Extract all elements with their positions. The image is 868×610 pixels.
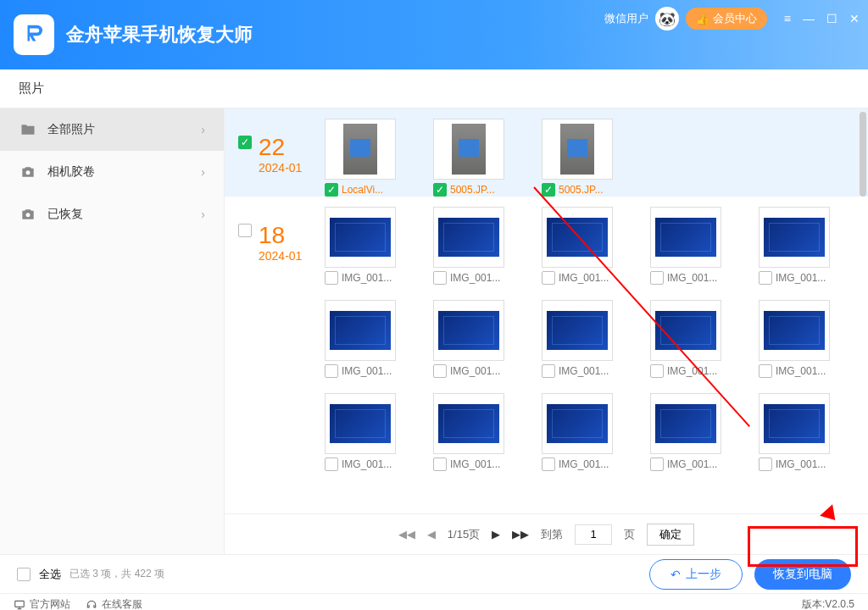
app-header: 金舟苹果手机恢复大师 微信用户 🐼 👍 会员中心 ≡ — ☐ ✕ [0,0,868,69]
customer-service-link[interactable]: 在线客服 [86,597,142,610]
select-all-label: 全选 [39,567,61,582]
prev-page-button[interactable]: ◀ [427,528,436,541]
thumbnail-checkbox[interactable]: ✓ [542,183,555,197]
app-logo [14,14,54,55]
last-page-button[interactable]: ▶▶ [512,528,529,541]
thumbnail-checkbox[interactable] [325,458,338,471]
photo-thumbnail[interactable]: IMG_001... [325,393,396,471]
headset-icon [86,599,97,611]
version-label: 版本:V2.0.5 [802,597,854,610]
selection-info: 已选 3 项，共 422 项 [70,567,164,581]
thumbnail-checkbox[interactable] [325,364,338,378]
first-page-button[interactable]: ◀◀ [398,528,415,541]
scrollbar[interactable] [860,112,866,197]
photo-thumbnail[interactable]: ✓LocalVi... [325,119,396,197]
photo-thumbnail[interactable]: IMG_001... [759,207,830,285]
footer-bar: 全选 已选 3 项，共 422 项 ↶ 上一步 恢复到电脑 [0,554,868,593]
page-indicator: 1/15页 [448,527,480,542]
thumbnail-checkbox[interactable] [433,458,447,471]
thumbnail-filename: IMG_001... [559,458,609,470]
minimize-button[interactable]: — [803,12,815,25]
photo-group: ✓222024-01✓LocalVi...✓5005.JP...✓5005.JP… [225,108,868,197]
thumbnail-checkbox[interactable] [542,364,555,378]
folder-icon [19,121,37,138]
official-site-link[interactable]: 官方网站 [14,597,70,610]
camera-icon [19,206,37,223]
photo-thumbnail[interactable]: IMG_001... [650,300,721,378]
maximize-button[interactable]: ☐ [826,12,837,25]
next-page-button[interactable]: ▶ [492,528,500,541]
group-month: 2024-01 [259,249,302,263]
user-label: 微信用户 [604,11,648,26]
sidebar-item-label: 已恢复 [47,207,83,222]
thumbnail-filename: IMG_001... [342,365,392,377]
thumbnail-checkbox[interactable] [542,271,555,285]
photo-thumbnail[interactable]: ✓5005.JP... [433,119,504,197]
avatar[interactable]: 🐼 [655,7,679,30]
sidebar-item-camera-roll[interactable]: 相机胶卷 › [0,151,224,193]
sidebar-item-label: 相机胶卷 [47,164,95,180]
thumbnail-filename: IMG_001... [776,365,826,377]
photo-thumbnail[interactable]: IMG_001... [542,300,613,378]
thumbnail-checkbox[interactable] [759,271,772,285]
pagination: ◀◀ ◀ 1/15页 ▶ ▶▶ 到第 页 确定 [225,513,868,554]
group-day: 18 [259,224,302,247]
group-checkbox[interactable] [238,224,252,237]
photo-thumbnail[interactable]: IMG_001... [542,393,613,471]
thumbnail-filename: IMG_001... [450,272,500,284]
thumbnail-checkbox[interactable] [650,271,664,285]
thumbnail-filename: IMG_001... [667,272,717,284]
thumbnail-checkbox[interactable] [542,458,555,471]
photo-thumbnail[interactable]: IMG_001... [433,300,504,378]
back-button[interactable]: ↶ 上一步 [649,559,743,590]
thumbnail-checkbox[interactable] [433,364,447,378]
thumbnail-checkbox[interactable] [759,458,772,471]
page-input[interactable] [575,524,612,545]
thumbnail-filename: IMG_001... [776,272,826,284]
content-area: ✓222024-01✓LocalVi...✓5005.JP...✓5005.JP… [224,108,868,554]
photo-thumbnail[interactable]: IMG_001... [759,300,830,378]
photo-thumbnail[interactable]: IMG_001... [433,207,504,285]
photo-grid: ✓222024-01✓LocalVi...✓5005.JP...✓5005.JP… [225,108,868,513]
page-suffix: 页 [624,527,635,542]
thumbnail-checkbox[interactable] [650,458,664,471]
chevron-right-icon: › [201,165,205,179]
photo-thumbnail[interactable]: IMG_001... [650,393,721,471]
sidebar-item-label: 全部照片 [47,122,95,137]
goto-page-button[interactable]: 确定 [647,524,694,546]
photo-thumbnail[interactable]: IMG_001... [325,300,396,378]
chevron-right-icon: › [201,123,205,136]
thumbnail-checkbox[interactable] [759,364,772,378]
photo-thumbnail[interactable]: ✓5005.JP... [542,119,613,197]
chevron-right-icon: › [201,208,205,221]
group-checkbox[interactable]: ✓ [238,136,252,149]
thumbnail-filename: 5005.JP... [450,184,495,196]
thumbnail-filename: LocalVi... [342,184,383,196]
close-button[interactable]: ✕ [849,12,860,25]
photo-thumbnail[interactable]: IMG_001... [759,393,830,471]
thumbnail-checkbox[interactable] [650,364,664,378]
camera-icon [19,164,37,180]
photo-thumbnail[interactable]: IMG_001... [542,207,613,285]
breadcrumb: 照片 [0,69,868,108]
thumbnail-filename: IMG_001... [342,458,392,470]
vip-button[interactable]: 👍 会员中心 [686,8,767,30]
thumbnail-checkbox[interactable] [325,271,338,285]
menu-button[interactable]: ≡ [784,12,791,25]
photo-thumbnail[interactable]: IMG_001... [433,393,504,471]
group-day: 22 [259,136,302,159]
thumbnail-filename: 5005.JP... [559,184,604,196]
thumbnail-filename: IMG_001... [776,458,826,470]
group-month: 2024-01 [259,161,302,175]
thumbnail-checkbox[interactable]: ✓ [433,183,447,197]
thumbnail-checkbox[interactable]: ✓ [325,183,338,197]
undo-icon: ↶ [670,568,681,581]
sidebar-item-all-photos[interactable]: 全部照片 › [0,108,224,151]
monitor-icon [14,599,25,611]
recover-button[interactable]: 恢复到电脑 [754,559,851,590]
sidebar-item-recovered[interactable]: 已恢复 › [0,193,224,236]
thumbnail-checkbox[interactable] [433,271,447,285]
select-all-checkbox[interactable] [17,568,31,581]
photo-thumbnail[interactable]: IMG_001... [325,207,396,285]
photo-thumbnail[interactable]: IMG_001... [650,207,721,285]
